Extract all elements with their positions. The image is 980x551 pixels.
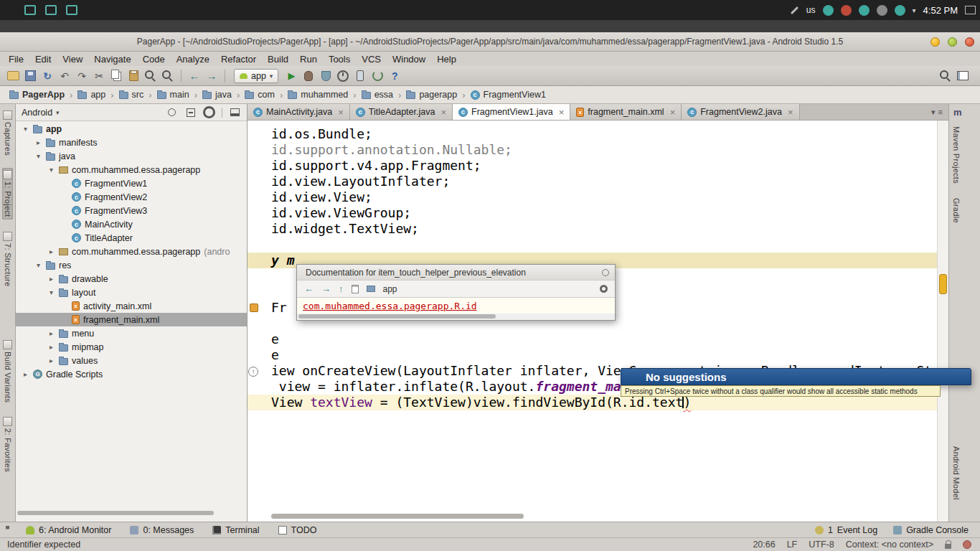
run-configuration-dropdown[interactable]: app ▾ [234,69,278,83]
menu-view[interactable]: View [57,54,88,65]
chevron-down-icon[interactable]: ▾ [56,109,60,116]
up-icon[interactable]: ↑ [339,283,344,294]
expanded-arrow-icon[interactable]: ▾ [34,152,42,160]
expanded-arrow-icon[interactable]: ▾ [34,261,42,269]
chevron-down-icon[interactable]: ▾ [931,108,936,117]
session-menu-icon[interactable] [965,6,976,14]
menu-vcs[interactable]: VCS [356,54,387,65]
keyboard-layout-indicator[interactable]: us [806,5,816,15]
pin-icon[interactable] [602,269,609,276]
gutter-override-icon[interactable] [248,367,258,377]
scrollbar-thumb[interactable] [298,314,496,319]
tree-node-drawable[interactable]: ▸drawable [16,272,247,286]
open-icon[interactable] [4,68,22,84]
profiler-icon[interactable] [334,68,352,84]
menu-refactor[interactable]: Refactor [215,54,262,65]
line-separator-indicator[interactable]: LF [787,540,798,550]
nav-forward-icon[interactable]: → [203,68,220,84]
lock-icon[interactable] [945,544,951,549]
expanded-arrow-icon[interactable]: ▾ [47,166,55,174]
window-button-icon[interactable] [66,5,77,15]
search-icon[interactable] [937,68,954,84]
tree-node-com-muhammed-essa-pagerapp[interactable]: ▾com.muhammed.essa.pagerapp [16,163,247,176]
breadcrumb-main[interactable]: main [155,89,192,100]
tree-node-res[interactable]: ▾res [16,258,247,272]
collapsed-arrow-icon[interactable]: ▸ [47,343,55,351]
code-line[interactable]: id.widget.TextView; [248,221,937,237]
documentation-popup-header[interactable]: Documentation for item_touch_helper_prev… [297,265,615,280]
undo-icon[interactable]: ↶ [56,68,73,84]
close-tab-icon[interactable]: × [788,107,793,118]
menu-help[interactable]: Help [431,54,462,65]
menu-build[interactable]: Build [262,54,294,65]
editor-horizontal-scrollbar[interactable] [271,514,524,519]
breadcrumb-fragmentview1[interactable]: FragmentView1 [468,89,548,100]
encoding-indicator[interactable]: UTF-8 [809,540,834,550]
collapsed-arrow-icon[interactable]: ▸ [47,248,55,255]
window-button-icon[interactable] [45,5,57,15]
close-tab-icon[interactable]: × [338,107,344,118]
tool-button-1-project[interactable]: 1: Project [2,168,13,219]
clock[interactable]: 4:52 PM [923,5,958,16]
tab-list-icon[interactable]: ≡ [938,108,943,116]
maven-icon[interactable]: m [953,107,962,118]
tree-node-layout[interactable]: ▾layout [16,286,247,299]
tray-status-icon[interactable] [859,5,870,16]
locate-file-icon[interactable] [166,107,178,118]
collapsed-arrow-icon[interactable]: ▸ [34,138,42,146]
tool-button-terminal[interactable]: Terminal [212,525,259,535]
tool-button-gradle-console[interactable]: Gradle Console [893,525,969,535]
copy-icon[interactable] [108,68,125,84]
project-horizontal-scrollbar[interactable] [17,511,214,515]
editor-tab-fragmentview2-java[interactable]: FragmentView2.java× [682,104,799,120]
tool-button-maven-projects[interactable]: Maven Projects [952,125,961,185]
device-icon[interactable] [352,68,369,84]
sync-icon[interactable]: ↻ [39,68,56,84]
menu-edit[interactable]: Edit [29,54,57,65]
tray-status-icon[interactable] [841,5,852,16]
code-line[interactable]: id.view.View; [248,189,937,205]
code-line[interactable]: id.support.annotation.Nullable; [248,142,937,158]
tree-node-values[interactable]: ▸values [16,354,247,367]
tool-button-captures[interactable]: Captures [2,108,13,158]
tree-node-fragmentview2[interactable]: FragmentView2 [16,190,247,204]
inspection-profile-icon[interactable] [963,540,971,549]
cut-icon[interactable]: ✂ [90,68,108,84]
collapsed-arrow-icon[interactable]: ▸ [47,329,55,337]
nav-back-icon[interactable]: ← [186,68,203,84]
code-line[interactable]: id.view.ViewGroup; [248,205,937,221]
close-tab-icon[interactable]: × [440,107,446,118]
code-line[interactable]: id.view.LayoutInflater; [248,174,937,189]
tree-node-fragmentview1[interactable]: FragmentView1 [16,176,247,190]
close-tab-icon[interactable]: × [559,107,565,118]
menu-analyze[interactable]: Analyze [171,54,215,65]
tool-button-6-android-monitor[interactable]: 6: Android Monitor [26,525,111,535]
tool-button-android-model[interactable]: Android Model [952,445,961,501]
window-button-icon[interactable] [24,5,36,15]
tree-node-mipmap[interactable]: ▸mipmap [16,340,247,354]
gear-icon[interactable] [600,285,608,293]
tool-button-0-messages[interactable]: 0: Messages [130,525,194,535]
panel-icon[interactable] [954,68,971,84]
save-icon[interactable] [22,68,39,84]
tool-window-switcher-icon[interactable] [6,526,14,534]
editor-tab-fragmentview1-java[interactable]: FragmentView1.java× [453,104,570,120]
run-icon[interactable]: ▶ [283,68,300,84]
code-line[interactable]: id.support.v4.app.Fragment; [248,158,937,174]
documentation-scrollbar[interactable] [297,314,615,320]
code-line[interactable]: id.os.Bundle; [248,126,937,142]
breadcrumb-essa[interactable]: essa [359,89,395,100]
title-bar[interactable]: PagerApp - [~/AndroidStudioProjects/Page… [0,32,980,52]
tree-node-app[interactable]: ▾app [16,122,247,136]
forward-icon[interactable]: → [321,283,331,294]
editor-tab-mainactivity-java[interactable]: MainActivity.java× [248,104,350,120]
menu-tools[interactable]: Tools [323,54,356,65]
tree-node-activity-main-xml[interactable]: activity_main.xml [16,299,247,313]
documentation-link[interactable]: com.muhammed.essa.pagerapp.R.id [303,301,477,311]
collapse-all-icon[interactable] [184,107,197,118]
menu-code[interactable]: Code [137,54,171,65]
scrollbar-marker[interactable] [939,274,947,294]
code-line[interactable]: View textView = (TextView)view.findViewB… [248,395,937,410]
tray-status-icon[interactable] [877,5,887,16]
code-line[interactable]: e [248,347,937,363]
